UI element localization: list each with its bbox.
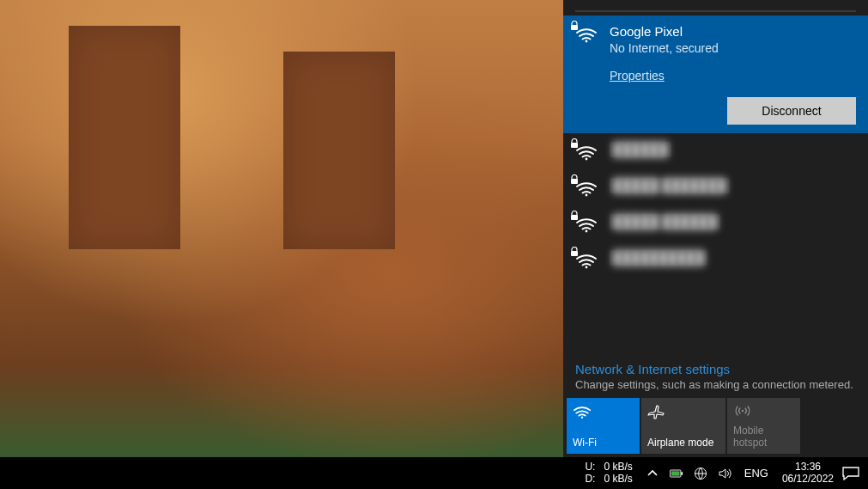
network-item[interactable]: █████ ██████	[563, 205, 868, 241]
battery-icon[interactable]	[669, 466, 684, 481]
volume-icon[interactable]	[717, 466, 732, 481]
tile-label: hotspot	[733, 437, 794, 449]
wifi-secured-icon	[575, 178, 599, 197]
network-tray-icon[interactable]	[693, 466, 708, 481]
system-tray: ENG	[640, 466, 777, 481]
svg-point-3	[586, 158, 588, 161]
network-item-partial[interactable]	[563, 278, 868, 290]
desktop-wallpaper	[0, 0, 563, 457]
hotspot-icon	[733, 403, 794, 422]
settings-title: Network & Internet settings	[575, 362, 856, 376]
wifi-secured-icon	[575, 24, 599, 125]
tile-airplane[interactable]: Airplane mode	[641, 398, 725, 454]
tile-label: Airplane mode	[647, 437, 719, 449]
network-status: No Internet, secured	[610, 41, 856, 55]
download-label: D:	[585, 474, 595, 485]
tile-label: Wi-Fi	[573, 437, 634, 449]
settings-subtitle: Change settings, such as making a connec…	[575, 378, 856, 391]
svg-rect-13	[681, 472, 683, 475]
svg-point-11	[742, 410, 744, 413]
network-name: ██████████	[610, 250, 707, 266]
svg-rect-4	[571, 179, 578, 184]
disconnect-button[interactable]: Disconnect	[727, 97, 856, 125]
tile-hotspot[interactable]: Mobile hotspot	[727, 398, 800, 454]
network-item-connected[interactable]: Google Pixel No Internet, secured Proper…	[563, 15, 868, 133]
network-name: Google Pixel	[610, 24, 856, 40]
airplane-icon	[647, 403, 719, 422]
upload-value: 0 kB/s	[604, 461, 632, 473]
network-name: ██████	[610, 142, 671, 157]
network-monitor: U: 0 kB/s D: 0 kB/s	[585, 461, 632, 484]
clock-time: 13:36	[782, 461, 834, 474]
network-settings-link[interactable]: Network & Internet settings Change setti…	[563, 353, 868, 398]
action-center-icon[interactable]	[842, 467, 859, 480]
upload-label: U:	[585, 461, 595, 473]
svg-point-9	[586, 266, 588, 269]
network-flyout: Google Pixel No Internet, secured Proper…	[563, 0, 868, 457]
wifi-secured-icon	[575, 142, 599, 161]
network-item[interactable]: ██████████	[563, 241, 868, 278]
svg-point-5	[586, 194, 588, 197]
network-item[interactable]: ██████	[563, 133, 868, 169]
svg-rect-2	[571, 143, 578, 148]
svg-rect-14	[671, 471, 680, 475]
separator	[575, 10, 856, 12]
svg-point-10	[581, 417, 583, 419]
network-item[interactable]: █████ ███████	[563, 169, 868, 205]
language-indicator[interactable]: ENG	[741, 467, 772, 480]
download-value: 0 kB/s	[604, 474, 632, 485]
tile-wifi[interactable]: Wi-Fi	[567, 398, 640, 454]
svg-rect-6	[571, 215, 578, 220]
wifi-secured-icon	[575, 250, 599, 269]
quick-tiles: Wi-Fi Airplane mode Mobile hotspot	[563, 398, 868, 457]
clock-date: 06/12/2022	[782, 474, 834, 486]
properties-link[interactable]: Properties	[610, 69, 665, 83]
svg-point-1	[586, 40, 588, 43]
svg-point-7	[586, 230, 588, 233]
network-name: █████ ███████	[610, 178, 730, 193]
tray-overflow-icon[interactable]	[645, 466, 660, 481]
wifi-icon	[575, 286, 599, 290]
svg-rect-0	[571, 25, 578, 30]
wifi-secured-icon	[575, 214, 599, 233]
tile-label: Mobile	[733, 425, 794, 437]
network-name: █████ ██████	[610, 214, 720, 229]
svg-rect-8	[571, 251, 578, 256]
wifi-icon	[573, 403, 634, 422]
clock[interactable]: 13:36 06/12/2022	[777, 461, 839, 486]
taskbar: U: 0 kB/s D: 0 kB/s ENG 13:36 06/12/2022	[0, 457, 868, 489]
